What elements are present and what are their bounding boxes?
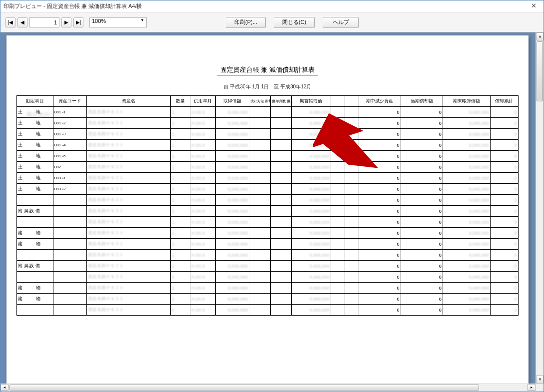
- col-acq-cost: 取得価額: [215, 96, 249, 107]
- table-row: 土 地001 -3資産名称テキスト1H.00.00,000,0000,000,0…: [17, 129, 519, 140]
- col-open-book: 期首帳簿価: [292, 96, 331, 107]
- print-preview-window: 印刷プレビュー - 固定資産台帳 兼 減価償却計算表 A4/横 ✕ |◀ ◀ ▶…: [0, 0, 544, 392]
- col-cur-dep: 当期償却額: [401, 96, 443, 107]
- hscroll-thumb[interactable]: [9, 385, 479, 391]
- close-button[interactable]: 閉じる(C): [274, 17, 315, 28]
- table-row: 土 地001 -4資産名称テキスト1H.00.00,000,0000,000,0…: [17, 140, 519, 151]
- table-row: 資産名称テキスト1H.00.00,000,0000,000,000000,000…: [17, 217, 519, 228]
- table-row: 附 属 設 備資産名称テキスト1H.00.00,000,0000,000,000…: [17, 206, 519, 217]
- company-label: 株式会社: [26, 110, 50, 119]
- table-header-row: 勘定科目 資産コード 資産名 数量 供用年月 取得価額 償却方法 耐用年数 償却…: [17, 96, 519, 107]
- first-page-button[interactable]: |◀: [5, 17, 15, 27]
- vscroll-thumb[interactable]: [537, 41, 543, 101]
- window-title: 印刷プレビュー - 固定資産台帳 兼 減価償却計算表 A4/横: [3, 2, 527, 10]
- scroll-up-icon[interactable]: ▴: [536, 32, 544, 40]
- col-asset-code: 資産コード: [53, 96, 86, 107]
- table-row: 土 地002資産名称テキスト1H.00.00,000,0000,000,0000…: [17, 162, 519, 173]
- prev-page-button[interactable]: ◀: [17, 17, 27, 27]
- horizontal-scrollbar[interactable]: ◂ ▸: [0, 384, 536, 392]
- next-page-button[interactable]: ▶: [61, 17, 71, 27]
- table-row: 資産名称テキスト1H.00.00,000,0000,000,000000,000…: [17, 250, 519, 261]
- table-row: 土 地001 -1資産名称テキスト1H.00.00,000,0000,000,0…: [17, 107, 519, 118]
- preview-page: 固定資産台帳 兼 減価償却計算表 自 平成30年 1月 1日 至 平成30年12…: [6, 35, 529, 384]
- ledger-table: 勘定科目 資産コード 資産名 数量 供用年月 取得価額 償却方法 耐用年数 償却…: [16, 95, 519, 316]
- last-page-button[interactable]: ▶|: [73, 17, 83, 27]
- preview-area: 固定資産台帳 兼 減価償却計算表 自 平成30年 1月 1日 至 平成30年12…: [0, 32, 544, 392]
- table-row: 建 物資産名称テキスト1H.00.00,000,0000,000,000000,…: [17, 283, 519, 294]
- table-row: 土 地003 -2資産名称テキスト1H.00.00,000,0000,000,0…: [17, 184, 519, 195]
- col-asset-name: 資産名: [87, 96, 171, 107]
- col-qty: 数量: [171, 96, 190, 107]
- scroll-down-icon[interactable]: ▾: [536, 376, 544, 384]
- preview-scroll[interactable]: 固定資産台帳 兼 減価償却計算表 自 平成30年 1月 1日 至 平成30年12…: [0, 32, 536, 384]
- table-row: 資産名称テキスト1H.00.00,000,0000,000,000000,000…: [17, 195, 519, 206]
- col-blank1: [331, 96, 345, 107]
- col-accum: 償却累計: [490, 96, 518, 107]
- report-period: 自 平成30年 1月 1日 至 平成30年12月: [16, 83, 519, 90]
- table-row: 資産名称テキスト1H.00.00,000,0000,000,000000,000…: [17, 272, 519, 283]
- close-icon[interactable]: ✕: [527, 2, 541, 11]
- table-row: 建 物資産名称テキスト1H.00.00,000,0000,000,000000,…: [17, 239, 519, 250]
- col-dep-method: 償却方法 耐用年数: [249, 96, 270, 107]
- col-close-book: 期末帳簿価額: [443, 96, 490, 107]
- report-title: 固定資産台帳 兼 減価償却計算表: [217, 65, 318, 75]
- col-mid-dec: 期中減少資産: [359, 96, 401, 107]
- table-row: 建 物資産名称テキスト1H.00.00,000,0000,000,000000,…: [17, 294, 519, 305]
- scrollbar-corner: [536, 384, 544, 392]
- print-button[interactable]: 印刷(P)...: [226, 17, 266, 28]
- table-row: 土 地001 -2資産名称テキスト1H.00.00,000,0000,000,0…: [17, 118, 519, 129]
- table-row: 建 物資産名称テキスト1H.00.00,000,0000,000,000000,…: [17, 228, 519, 239]
- col-dep-rate: 償却月数 償却率: [270, 96, 292, 107]
- zoom-select[interactable]: 100%: [89, 17, 147, 27]
- scroll-right-icon[interactable]: ▸: [528, 384, 536, 391]
- table-row: 土 地003 -1資産名称テキスト1H.00.00,000,0000,000,0…: [17, 173, 519, 184]
- toolbar: |◀ ◀ ▶ ▶| 100% 印刷(P)... 閉じる(C) ヘルプ: [0, 12, 544, 32]
- col-account: 勘定科目: [17, 96, 53, 107]
- scroll-left-icon[interactable]: ◂: [0, 384, 8, 391]
- vertical-scrollbar[interactable]: ▴ ▾: [536, 32, 544, 384]
- page-number-input[interactable]: [29, 17, 59, 27]
- col-use-date: 供用年月: [190, 96, 215, 107]
- col-blank2: [345, 96, 359, 107]
- table-row: 資産名称テキスト1H.00.00,000,0000,000,000000,000…: [17, 305, 519, 316]
- table-row: 土 地001 -5資産名称テキスト1H.00.00,000,0000,000,0…: [17, 151, 519, 162]
- help-button[interactable]: ヘルプ: [323, 17, 359, 28]
- table-row: 附 属 設 備資産名称テキスト1H.00.00,000,0000,000,000…: [17, 261, 519, 272]
- titlebar: 印刷プレビュー - 固定資産台帳 兼 減価償却計算表 A4/横 ✕: [0, 0, 544, 12]
